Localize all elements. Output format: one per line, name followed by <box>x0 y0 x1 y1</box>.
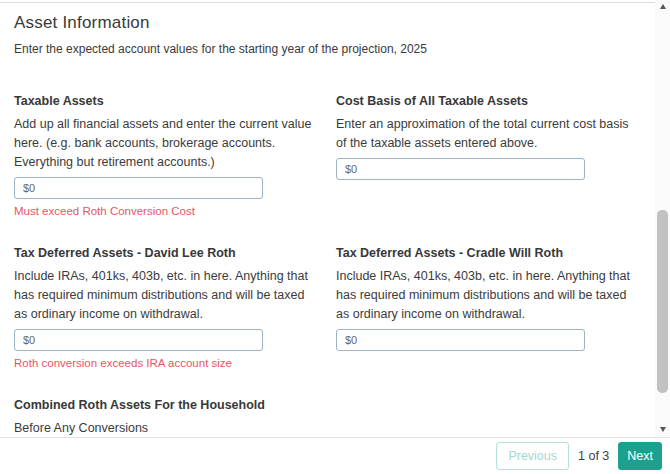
taxable-assets-input[interactable] <box>14 177 263 199</box>
taxable-assets-error: Must exceed Roth Conversion Cost <box>14 205 318 217</box>
next-button[interactable]: Next <box>618 442 662 471</box>
field-tax-deferred-david: Tax Deferred Assets - David Lee Roth Inc… <box>14 245 318 369</box>
field-tax-deferred-cradle: Tax Deferred Assets - Cradle Will Roth I… <box>336 245 640 369</box>
cost-basis-input[interactable] <box>336 158 585 180</box>
field-description: Enter an approximation of the total curr… <box>336 115 640 153</box>
field-description: Include IRAs, 401ks, 403b, etc. in here.… <box>14 267 318 324</box>
scrollbar-thumb[interactable] <box>657 210 668 393</box>
page-subtitle: Enter the expected account values for th… <box>14 42 640 56</box>
field-label: Tax Deferred Assets - David Lee Roth <box>14 245 318 262</box>
scrollbar-up-arrow-icon[interactable] <box>655 0 670 12</box>
page-indicator: 1 of 3 <box>578 449 609 463</box>
field-description: Before Any Conversions <box>14 419 318 437</box>
tax-deferred-cradle-input[interactable] <box>336 329 585 351</box>
tax-deferred-david-input[interactable] <box>14 329 263 351</box>
wizard-footer: Previous 1 of 3 Next <box>0 437 670 474</box>
field-taxable-assets: Taxable Assets Add up all financial asse… <box>14 93 318 217</box>
tax-deferred-david-error: Roth conversion exceeds IRA account size <box>14 357 318 369</box>
fields-grid: Taxable Assets Add up all financial asse… <box>14 93 640 437</box>
field-label: Cost Basis of All Taxable Assets <box>336 93 640 110</box>
vertical-scrollbar[interactable] <box>655 0 670 437</box>
form-content: Asset Information Enter the expected acc… <box>0 3 670 437</box>
page-title: Asset Information <box>14 13 640 33</box>
field-description: Include IRAs, 401ks, 403b, etc. in here.… <box>336 267 640 324</box>
field-combined-roth: Combined Roth Assets For the Household B… <box>14 397 318 437</box>
field-cost-basis: Cost Basis of All Taxable Assets Enter a… <box>336 93 640 217</box>
field-label: Combined Roth Assets For the Household <box>14 397 318 414</box>
asset-information-page: Asset Information Enter the expected acc… <box>0 0 670 474</box>
form-scroll-area: Asset Information Enter the expected acc… <box>0 3 670 437</box>
previous-button[interactable]: Previous <box>496 442 569 471</box>
field-description: Add up all financial assets and enter th… <box>14 115 318 172</box>
scrollbar-down-arrow-icon[interactable] <box>655 423 670 435</box>
field-label: Tax Deferred Assets - Cradle Will Roth <box>336 245 640 262</box>
field-label: Taxable Assets <box>14 93 318 110</box>
